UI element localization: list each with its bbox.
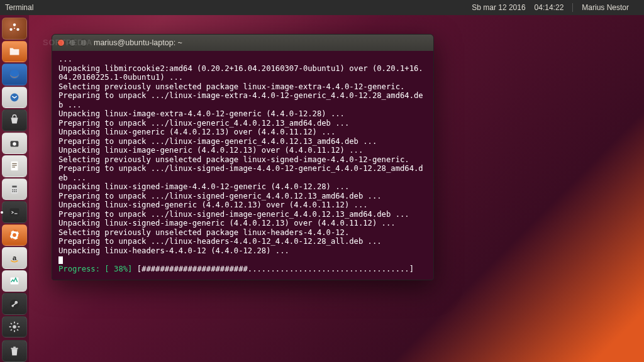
window-maximize-button[interactable] — [80, 39, 87, 47]
svg-point-13 — [13, 142, 16, 146]
terminal-line: Selecting previously unselected package … — [58, 155, 409, 164]
launcher-files[interactable] — [2, 41, 27, 63]
terminal-title: marius@ubuntu-laptop: ~ — [94, 38, 182, 47]
svg-point-33 — [13, 325, 16, 329]
panel-user[interactable]: Marius Nestor — [582, 3, 629, 12]
launcher-system-monitor[interactable] — [2, 270, 27, 292]
terminal-output[interactable]: ... Unpacking libmircookie2:amd64 (0.20.… — [52, 51, 433, 280]
svg-point-17 — [12, 189, 13, 190]
progress-bar: [#######################................… — [137, 265, 414, 273]
terminal-line: Unpacking libmircookie2:amd64 (0.20.2+16… — [58, 64, 423, 82]
svg-rect-23 — [10, 208, 19, 216]
terminal-line: Unpacking linux-headers-4.4.0-12 (4.4.0-… — [58, 246, 289, 255]
launcher-calculator[interactable] — [2, 178, 27, 200]
window-minimize-button[interactable] — [69, 39, 76, 47]
terminal-line: ... — [58, 55, 72, 63]
terminal-line: Unpacking linux-signed-image-generic (4.… — [58, 219, 396, 228]
panel-date[interactable]: Sb mar 12 2016 — [472, 3, 525, 12]
progress-label: Progress: [ 38%] — [58, 265, 132, 273]
terminal-line: Preparing to unpack .../linux-image-extr… — [58, 91, 423, 109]
launcher-steam[interactable] — [2, 293, 27, 315]
terminal-window[interactable]: marius@ubuntu-laptop: ~ ... Unpacking li… — [52, 34, 434, 280]
window-close-button[interactable] — [57, 39, 65, 47]
terminal-line: Unpacking linux-signed-generic (4.4.0.12… — [58, 200, 368, 209]
launcher-screenshot[interactable] — [2, 133, 27, 155]
svg-rect-35 — [13, 346, 16, 348]
panel-indicators: Sb mar 12 2016 04:14:22 Marius Nestor — [436, 3, 644, 12]
terminal-line: Preparing to unpack .../linux-headers-4.… — [58, 237, 382, 246]
terminal-line: Selecting previously unselected package … — [58, 228, 349, 237]
dash-button[interactable] — [2, 18, 27, 40]
launcher-software[interactable] — [2, 109, 27, 131]
terminal-titlebar[interactable]: marius@ubuntu-laptop: ~ — [52, 35, 433, 51]
svg-point-19 — [16, 189, 17, 190]
terminal-line: Unpacking linux-signed-image-4.4.0-12-ge… — [58, 182, 349, 191]
terminal-line: Unpacking linux-image-extra-4.4.0-12-gen… — [58, 109, 345, 118]
svg-point-25 — [13, 233, 16, 237]
launcher-terminal[interactable] — [2, 201, 27, 223]
launcher-thunderbird[interactable] — [2, 87, 27, 109]
svg-point-20 — [12, 191, 13, 192]
svg-point-9 — [14, 28, 15, 29]
terminal-line: Preparing to unpack .../linux-generic_4.… — [58, 119, 349, 128]
svg-point-21 — [14, 191, 15, 192]
svg-point-7 — [9, 28, 12, 31]
launcher-amazon[interactable]: a — [2, 247, 27, 269]
svg-text:a: a — [13, 253, 17, 261]
unity-launcher: a — [0, 15, 29, 362]
svg-point-18 — [14, 189, 15, 190]
terminal-cursor — [58, 256, 63, 264]
terminal-line: Preparing to unpack .../linux-signed-gen… — [58, 192, 382, 200]
launcher-text-editor[interactable] — [2, 155, 27, 177]
svg-rect-34 — [11, 348, 18, 349]
terminal-line: Preparing to unpack .../linux-image-gene… — [58, 137, 377, 146]
svg-point-22 — [16, 191, 17, 192]
terminal-line: Unpacking linux-image-generic (4.4.0.12.… — [58, 146, 363, 155]
terminal-line: Selecting previously unselected package … — [58, 82, 404, 91]
panel-separator — [572, 3, 573, 12]
svg-rect-16 — [12, 185, 16, 187]
svg-rect-14 — [11, 162, 18, 171]
terminal-line: Preparing to unpack .../linux-signed-ima… — [58, 164, 423, 182]
launcher-settings[interactable] — [2, 316, 27, 338]
svg-point-8 — [16, 28, 19, 31]
top-panel: Terminal Sb mar 12 2016 04:14:22 Marius … — [0, 0, 644, 15]
panel-time[interactable]: 04:14:22 — [535, 3, 564, 12]
launcher-trash[interactable] — [2, 340, 27, 362]
terminal-line: Unpacking linux-generic (4.4.0.12.13) ov… — [58, 128, 335, 136]
launcher-help[interactable] — [2, 224, 27, 246]
svg-point-11 — [11, 93, 19, 101]
svg-point-6 — [13, 24, 16, 26]
launcher-firefox[interactable] — [2, 63, 27, 85]
terminal-line: Preparing to unpack .../linux-signed-ima… — [58, 210, 409, 219]
active-app-title: Terminal — [0, 3, 33, 12]
